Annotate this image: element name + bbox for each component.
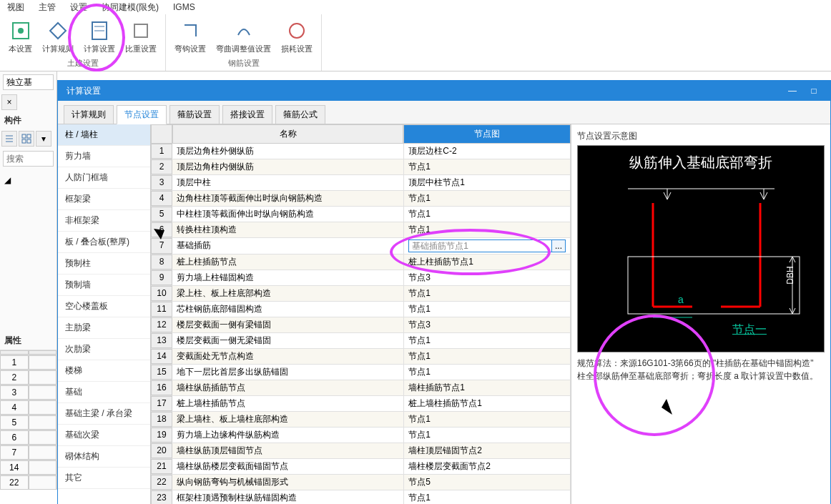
tab-0[interactable]: 计算规则 bbox=[64, 105, 114, 124]
row-name[interactable]: 中柱柱顶等截面伸出时纵向钢筋构造 bbox=[172, 207, 404, 222]
row-name[interactable]: 转换柱柱顶构造 bbox=[172, 222, 404, 237]
ribbon-item-1[interactable]: 计算规则 bbox=[39, 16, 77, 57]
row-name[interactable]: 楼层变截面一侧无梁锚固 bbox=[172, 333, 404, 348]
cat-item-3[interactable]: 框架梁 bbox=[58, 189, 150, 210]
cat-item-11[interactable]: 楼梯 bbox=[58, 360, 150, 382]
row-diagram[interactable]: 节点1 bbox=[404, 490, 571, 504]
table-row[interactable]: 19剪力墙上边缘构件纵筋构造节点1 bbox=[151, 428, 571, 443]
minimize-icon[interactable]: — bbox=[785, 84, 800, 97]
row-diagram[interactable]: 墙柱楼层变截面节点2 bbox=[404, 459, 571, 474]
row-name[interactable]: 边角柱柱顶等截面伸出时纵向钢筋构造 bbox=[172, 191, 404, 206]
ribbon-item-6[interactable]: 损耗设置 bbox=[278, 16, 315, 57]
row-name[interactable]: 顶层边角柱外侧纵筋 bbox=[172, 144, 404, 159]
row-name[interactable]: 框架柱顶遇预制柱纵筋锚固构造 bbox=[172, 490, 404, 504]
row-diagram[interactable]: 顶层边柱C-2 bbox=[404, 144, 571, 159]
row-name[interactable]: 剪力墙上边缘构件纵筋构造 bbox=[172, 428, 404, 443]
ribbon-item-3[interactable]: 比重设置 bbox=[122, 16, 159, 57]
row-diagram[interactable]: 节点1 bbox=[404, 159, 571, 174]
table-row[interactable]: 17桩上墙柱插筋节点桩上墙柱插筋节点1 bbox=[151, 396, 571, 412]
ribbon-item-4[interactable]: 弯钩设置 bbox=[172, 16, 209, 57]
table-row[interactable]: 4边角柱柱顶等截面伸出时纵向钢筋构造节点1 bbox=[151, 191, 571, 207]
table-row[interactable]: 10梁上柱、板上柱底部构造节点1 bbox=[151, 286, 571, 302]
table-row[interactable]: 11芯柱钢筋底部锚固构造节点1 bbox=[151, 302, 571, 317]
table-row[interactable]: 8桩上柱插筋节点桩上柱插筋节点1 bbox=[151, 255, 571, 270]
cat-item-8[interactable]: 空心楼盖板 bbox=[58, 296, 150, 317]
row-name[interactable]: 顶层边角柱内侧纵筋 bbox=[172, 159, 404, 174]
ribbon-item-2[interactable]: 计算设置 bbox=[81, 16, 118, 57]
table-row[interactable]: 20墙柱纵筋顶层锚固节点墙柱顶层锚固节点2 bbox=[151, 443, 571, 459]
row-name[interactable]: 桩上柱插筋节点 bbox=[172, 255, 404, 270]
row-name[interactable]: 地下一层比首层多出纵筋锚固 bbox=[172, 365, 404, 380]
table-row[interactable]: 14变截面处无节点构造节点1 bbox=[151, 349, 571, 365]
table-row[interactable]: 12楼层变截面一侧有梁锚固节点3 bbox=[151, 317, 571, 333]
cat-item-13[interactable]: 基础主梁 / 承台梁 bbox=[58, 403, 150, 425]
more-icon[interactable]: ▾ bbox=[36, 131, 51, 147]
ellipsis-button[interactable]: ... bbox=[551, 239, 566, 252]
cat-item-1[interactable]: 剪力墙 bbox=[58, 146, 150, 167]
grid-icon[interactable] bbox=[19, 131, 34, 147]
tab-3[interactable]: 搭接设置 bbox=[222, 105, 272, 124]
ribbon-item-5[interactable]: 弯曲调整值设置 bbox=[213, 16, 274, 57]
row-name[interactable]: 墙柱纵筋顶层锚固节点 bbox=[172, 443, 404, 458]
row-diagram[interactable]: 墙柱插筋节点1 bbox=[404, 380, 571, 395]
row-name[interactable]: 顶层中柱 bbox=[172, 175, 404, 190]
table-row[interactable]: 15地下一层比首层多出纵筋锚固节点1 bbox=[151, 365, 571, 380]
row-name[interactable]: 楼层变截面一侧有梁锚固 bbox=[172, 317, 404, 332]
row-diagram[interactable]: 节点1 bbox=[404, 286, 571, 301]
row-name[interactable]: 墙柱纵筋插筋节点 bbox=[172, 380, 404, 395]
row-name[interactable]: 芯柱钢筋底部锚固构造 bbox=[172, 302, 404, 317]
row-diagram[interactable]: 墙柱顶层锚固节点2 bbox=[404, 443, 571, 458]
table-row[interactable]: 18梁上墙柱、板上墙柱底部构造节点1 bbox=[151, 412, 571, 428]
row-name[interactable]: 基础插筋 bbox=[172, 238, 404, 254]
cat-item-12[interactable]: 基础 bbox=[58, 382, 150, 403]
tab-4[interactable]: 箍筋公式 bbox=[275, 105, 325, 124]
tab-1[interactable]: 节点设置 bbox=[117, 105, 167, 124]
col-name[interactable]: 名称 bbox=[172, 124, 403, 144]
cat-item-4[interactable]: 非框架梁 bbox=[58, 210, 150, 232]
row-diagram[interactable]: 节点5 bbox=[404, 475, 571, 490]
row-name[interactable]: 梁上柱、板上柱底部构造 bbox=[172, 286, 404, 301]
cat-item-6[interactable]: 预制柱 bbox=[58, 253, 150, 275]
table-row[interactable]: 6转换柱柱顶构造节点1 bbox=[151, 222, 571, 238]
tree-arrow-icon[interactable]: ◢ bbox=[4, 175, 52, 185]
table-row[interactable]: 16墙柱纵筋插筋节点墙柱插筋节点1 bbox=[151, 380, 571, 396]
list-icon[interactable] bbox=[1, 131, 17, 147]
row-name[interactable]: 变截面处无节点构造 bbox=[172, 349, 404, 364]
table-row[interactable]: 22纵向钢筋弯钩与机械锚固形式节点5 bbox=[151, 475, 571, 490]
row-diagram[interactable]: 节点1 bbox=[404, 428, 571, 443]
cat-item-14[interactable]: 基础次梁 bbox=[58, 425, 150, 446]
row-name[interactable]: 剪力墙上柱锚固构造 bbox=[172, 270, 404, 285]
row-name[interactable]: 纵向钢筋弯钩与机械锚固形式 bbox=[172, 475, 404, 490]
row-diagram[interactable]: 顶层中柱节点1 bbox=[404, 175, 571, 190]
table-row[interactable]: 3顶层中柱顶层中柱节点1 bbox=[151, 175, 571, 191]
row-diagram[interactable]: 节点1 bbox=[404, 222, 571, 237]
row-diagram[interactable]: 节点3 bbox=[404, 270, 571, 285]
cat-item-16[interactable]: 其它 bbox=[58, 468, 150, 489]
row-name[interactable]: 梁上墙柱、板上墙柱底部构造 bbox=[172, 412, 404, 427]
search-input[interactable] bbox=[3, 151, 54, 167]
cat-item-0[interactable]: 柱 / 墙柱 bbox=[58, 124, 150, 146]
row-diagram[interactable]: 节点1 bbox=[404, 333, 571, 348]
table-row[interactable]: 2顶层边角柱内侧纵筋节点1 bbox=[151, 159, 571, 175]
row-diagram[interactable]: 节点1 bbox=[404, 191, 571, 206]
cat-item-10[interactable]: 次肋梁 bbox=[58, 339, 150, 360]
row-diagram[interactable]: 桩上柱插筋节点1 bbox=[404, 255, 571, 270]
row-diagram[interactable]: 桩上墙柱插筋节点1 bbox=[404, 396, 571, 411]
row-name[interactable]: 墙柱纵筋楼层变截面锚固节点 bbox=[172, 459, 404, 474]
table-row[interactable]: 21墙柱纵筋楼层变截面锚固节点墙柱楼层变截面节点2 bbox=[151, 459, 571, 475]
table-row[interactable]: 5中柱柱顶等截面伸出时纵向钢筋构造节点1 bbox=[151, 207, 571, 222]
row-diagram[interactable]: 节点1 bbox=[404, 207, 571, 222]
cat-item-2[interactable]: 人防门框墙 bbox=[58, 167, 150, 189]
close-icon[interactable]: × bbox=[1, 94, 17, 110]
table-row[interactable]: 13楼层变截面一侧无梁锚固节点1 bbox=[151, 333, 571, 349]
row-name[interactable]: 桩上墙柱插筋节点 bbox=[172, 396, 404, 411]
table-row[interactable]: 1顶层边角柱外侧纵筋顶层边柱C-2 bbox=[151, 144, 571, 159]
row-diagram[interactable]: ... bbox=[404, 238, 571, 254]
table-row[interactable]: 9剪力墙上柱锚固构造节点3 bbox=[151, 270, 571, 286]
col-diagram[interactable]: 节点图 bbox=[403, 124, 571, 144]
component-dropdown[interactable]: 独立基 bbox=[3, 74, 54, 90]
maximize-icon[interactable]: □ bbox=[806, 84, 822, 97]
row-diagram[interactable]: 节点3 bbox=[404, 317, 571, 332]
row-diagram[interactable]: 节点1 bbox=[404, 349, 571, 364]
row-diagram[interactable]: 节点1 bbox=[404, 365, 571, 380]
